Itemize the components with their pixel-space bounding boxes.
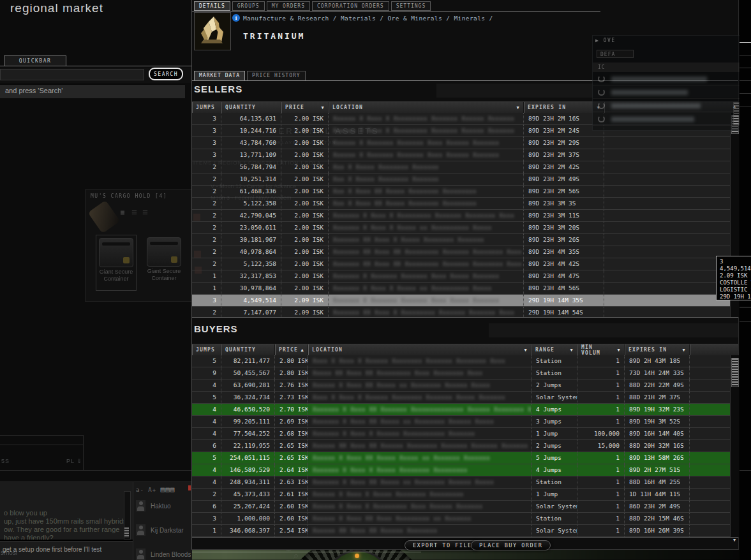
sellers-column-price[interactable]: PRICE▼ [281,102,329,113]
buyer-row[interactable]: 622,119,9552.65 ISKXxxxxx XX Xxxx XX Xxx… [192,440,738,452]
chat-input-divider [0,540,136,542]
seller-row[interactable]: 240,978,8642.00 ISKXxxxxxx XX Xxxx XX Xx… [192,246,738,258]
buyer-row[interactable]: 4146,589,5292.64 ISKXxxxxxx X Xxxx X Xxx… [192,464,738,476]
tab-corporation-orders[interactable]: CORPORATION ORDERS [312,1,389,11]
seller-cell-filler [604,173,738,185]
search-button[interactable]: SEARCH [149,68,183,80]
overview-tab-default[interactable]: DEFA [597,50,634,58]
chat-message: o blow you up [4,509,125,517]
buyers-column-jumps[interactable]: JUMPS [192,344,221,355]
member-list-view-icon[interactable]: ▤ [170,485,175,494]
tab-my-orders[interactable]: MY ORDERS [267,1,310,11]
sellers-column-quantity[interactable]: QUANTITY [221,102,281,113]
blurred-location-text: Xxxx X Xxxx X Xxxxxx Xxxxxxxx Xxxxxxx Xx… [313,358,505,364]
buyers-column-expires-in[interactable]: EXPIRES IN▼ [625,344,690,355]
column-label: PRICE [279,347,298,353]
overview-column-header[interactable]: IC [593,63,740,72]
buyer-row[interactable]: 499,205,1112.69 ISKXxxxxxx X Xxxx XX Xxx… [192,416,738,428]
tab-quickbar[interactable]: QUICKBAR [4,55,66,66]
buyers-scroll-down-arrow[interactable]: ▼ [733,538,736,543]
overview-window: ▶ OVE DEFA IC [592,35,741,131]
buyers-scrollbar[interactable] [730,355,739,537]
breadcrumb[interactable]: Manufacture & Research / Materials / Ore… [243,15,493,22]
seller-cell-q: 43,784,760 [221,137,281,149]
tritanium-item-icon[interactable] [194,12,231,50]
buyers-scrollbar-thumb[interactable] [731,358,739,387]
overview-row[interactable] [593,73,740,85]
font-larger-button[interactable]: A+ [148,487,156,493]
font-smaller-button[interactable]: a- [136,487,144,493]
place-buy-order-button[interactable]: PLACE BUY ORDER [471,540,551,550]
member-list-view-icon[interactable]: ▤ [165,485,170,494]
buyer-row[interactable]: 625,267,4242.60 ISKXxxxxx X Xxxx X Xxxxx… [192,501,738,513]
overview-row[interactable] [593,113,740,126]
search-input[interactable] [0,69,144,80]
overview-scrollbar-thumb[interactable] [733,102,740,125]
info-icon[interactable]: i [232,14,240,22]
member-row[interactable]: Haktuo [136,500,191,512]
seller-row[interactable]: 27,147,0772.09 ISKXxxxxxx XX Xxxx X Xxxx… [192,307,738,318]
chat-scrollbar[interactable] [124,491,131,540]
seller-row[interactable]: 230,181,9672.00 ISKXxxxxxx XX Xxxx X Xxx… [192,234,738,246]
buyers-column-price[interactable]: PRICE▲ [275,344,308,355]
view-grid-icon[interactable]: ▦ [121,209,128,216]
seller-row[interactable]: 223,050,6112.00 ISKXxxxxxx X Xxxx X Xxxx… [192,222,738,234]
overview-row[interactable] [593,86,740,99]
cargo-item-giant-secure-container[interactable]: Giant Secure Container [144,235,184,290]
view-details-icon[interactable]: ☰ [142,209,149,216]
buyer-row[interactable]: 245,373,4332.61 ISKXxxxxx X Xxxx X Xxxxx… [192,489,738,501]
buyer-cell-r: Station [532,476,577,488]
seller-row[interactable]: 34,549,5142.09 ISKXxxxxxx X Xxxxxxx Xxxx… [192,295,738,307]
column-label: PRICE [285,105,304,110]
buyer-row[interactable]: 463,690,2812.76 ISKXxxxxx X Xxxx XX Xxxx… [192,379,738,392]
seller-row[interactable]: 132,317,8532.00 ISKXxxxxxx X Xxxxxxx Xxx… [192,270,738,283]
buyers-column-range[interactable]: RANGE▼ [532,344,577,355]
member-list-view-icon[interactable]: ▤ [161,485,166,494]
cargo-item-icon [88,200,121,233]
subtab-price-history[interactable]: PRICE HISTORY [247,71,306,81]
seller-row[interactable]: 130,978,8642.00 ISKXxxxxxx X Xxxx X Xxxx… [192,283,738,295]
buyer-row[interactable]: 31,000,0002.60 ISKXxxxxx X Xxxx XX Xxxx … [192,513,738,525]
seller-cell-e: 89D 23H 3M 3S [524,198,604,209]
tab-groups[interactable]: GROUPS [232,1,265,11]
subtab-market-data[interactable]: MARKET DATA [194,71,245,81]
buyer-row[interactable]: 1346,068,3972.54 ISKXxxxxx XX Xxxx XX Xx… [192,525,738,537]
seller-cell-e: 89D 23H 3M 26S [524,234,604,246]
buyer-row[interactable]: 5254,051,1152.65 ISKXxxxxx X Xxxx XX Xxx… [192,452,738,464]
strip-line [740,55,751,55]
buyer-row[interactable]: 536,324,7342.73 ISKXxxx X Xxxx X Xxxxxx … [192,392,738,404]
view-list-icon[interactable]: ☰ [131,209,138,216]
seller-cell-q: 42,790,045 [221,210,281,221]
seller-cell-loc: Xxxxxxx X Xxxx X Xxxxxxxxx Xxxxxxx Xxxxx… [329,210,524,221]
overview-blurred-text [611,77,707,82]
order-tooltip: 34,549,5142.09 ISKCOSTOLLE VLOGISTIC SU2… [716,256,751,300]
seller-row[interactable]: 242,790,0452.00 ISKXxxxxxx X Xxxx X Xxxx… [192,210,738,222]
buyer-cell-loc: Xxxxxxx X Xxxx X Xxxxx Xxxxxxxx Xxxxxxxx… [308,464,532,476]
overview-row[interactable] [593,99,740,112]
blurred-location-text: Xxxxxxx X Xxxx XX Xxxxxxx Xxxxxxxxxxxxxx… [313,406,532,413]
tab-details[interactable]: DETAILS [194,1,230,11]
chat-scrollbar-thumb[interactable] [124,527,129,538]
buyers-column-quantity[interactable]: QUANTITY [221,344,275,355]
buyer-cell-p: 2.76 ISK [275,379,308,391]
export-to-file-button[interactable]: EXPORT TO FILE [405,540,480,550]
buyers-column-location[interactable]: LOCATION▼ [308,344,532,355]
buyer-row[interactable]: 950,455,5672.80 ISKXxxxx XX Xxxx XX Xxxx… [192,367,738,379]
ghost-text: ITEMS | REGION | CONSTELLATION | SOLA [193,160,321,166]
buyer-row[interactable]: 446,650,5202.70 ISKXxxxxxx X Xxxx XX Xxx… [192,404,738,416]
buyer-row[interactable]: 4248,934,3112.63 ISKXxxxxxx X Xxxx XX Xx… [192,476,738,489]
tab-settings[interactable]: SETTINGS [391,1,431,11]
member-row[interactable]: Kij Darkstar [136,524,191,536]
buyer-cell-p: 2.73 ISK [275,392,308,403]
sellers-column-jumps[interactable]: JUMPS [192,102,221,113]
buyer-cell-e: 88D 21H 2M 37S [625,392,690,403]
buyers-column-min-volum[interactable]: MIN VOLUM▼ [577,344,625,355]
blurred-location-text: Xxxxxx X Xxxx XX Xxxxx Xxxxx xx Xxxxxxx … [313,455,490,461]
seller-cell-e: 89D 23H 4M 42S [524,258,604,270]
buyer-row[interactable]: 582,211,4772.80 ISKXxxx X Xxxx X Xxxxxx … [192,355,738,367]
sellers-column-location[interactable]: LOCATION▼ [329,102,524,113]
member-row[interactable]: Linden Bloodsmo [136,549,191,560]
cargo-item-giant-secure-container[interactable]: Giant Secure Container [96,235,137,291]
seller-row[interactable]: 25,122,3582.00 ISKXxxxxxx XX Xxxx XX Xxx… [192,258,738,270]
buyer-row[interactable]: 477,504,2522.68 ISKXxxxxxx X Xxxx X Xxxx… [192,428,738,440]
